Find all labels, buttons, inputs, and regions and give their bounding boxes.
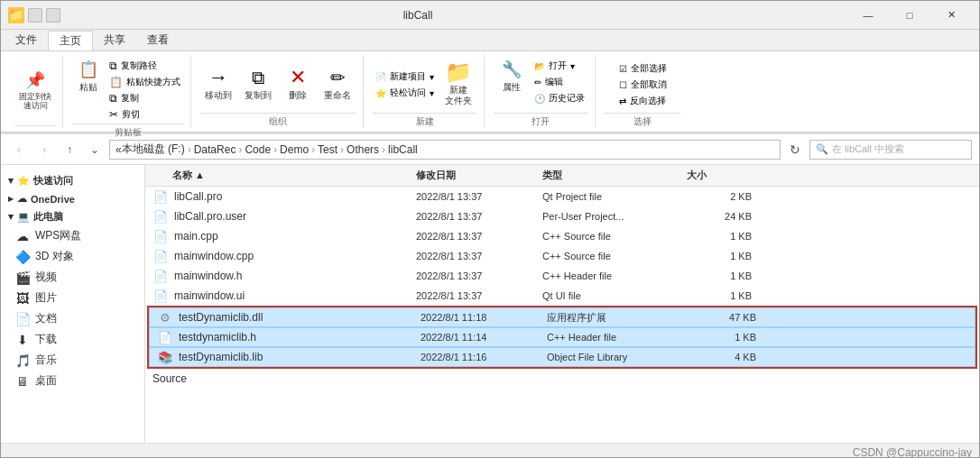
sidebar-item-music[interactable]: 🎵 音乐 (1, 350, 144, 371)
file-row-1[interactable]: 📄 libCall.pro.user 2022/8/1 13:37 Per-Us… (145, 206, 979, 226)
select-none-icon: ☐ (619, 80, 627, 90)
file-date-3: 2022/8/1 13:37 (416, 251, 542, 261)
rename-button[interactable]: ✏ 重命名 (319, 63, 356, 103)
maximize-button[interactable]: □ (889, 1, 930, 30)
sidebar-item-pictures[interactable]: 🖼 图片 (1, 288, 144, 308)
history-button[interactable]: 🕐 历史记录 (532, 91, 587, 105)
back-button[interactable]: ‹ (8, 139, 30, 160)
col-type-header[interactable]: 类型 (542, 169, 687, 182)
window-controls: — □ ✕ (847, 1, 972, 30)
tab-share[interactable]: 共享 (93, 30, 136, 50)
quickaccess-icon: ⭐ (17, 175, 30, 187)
onedrive-label: OneDrive (31, 194, 75, 205)
file-row-0[interactable]: 📄 libCall.pro 2022/8/1 13:37 Qt Project … (145, 187, 979, 206)
new-item-button[interactable]: 📄 新建项目 ▾ (373, 69, 437, 84)
delete-button[interactable]: ✕ 删除 (280, 63, 316, 103)
edit-button[interactable]: ✏ 编辑 (532, 75, 587, 89)
ribbon-group-clipboard: 📋 粘贴 ⧉ 复制路径 📋 粘贴快捷方式 ⧉ 复制 (65, 55, 191, 128)
search-placeholder: 在 libCall 中搜索 (832, 142, 904, 156)
sidebar-item-docs[interactable]: 📄 文档 (1, 308, 144, 329)
forward-button[interactable]: › (33, 139, 55, 160)
file-row-4[interactable]: 📄 mainwindow.h 2022/8/1 13:37 C++ Header… (145, 266, 979, 286)
window-title: libCall (0, 9, 847, 22)
cut-button[interactable]: ✂ 剪切 (106, 107, 183, 122)
file-row-6[interactable]: ⚙ testDynamiclib.dll 2022/8/1 11:18 应用程序… (149, 307, 975, 327)
highlighted-selection: ⚙ testDynamiclib.dll 2022/8/1 11:18 应用程序… (147, 306, 977, 369)
copy-label: 复制 (121, 92, 139, 105)
new-folder-label: 新建文件夹 (445, 85, 472, 106)
select-all-button[interactable]: ☑ 全部选择 (616, 61, 670, 76)
tab-file[interactable]: 文件 (5, 30, 48, 50)
new-folder-button[interactable]: 📁 新建文件夹 (440, 58, 476, 108)
edit-icon: ✏ (534, 78, 541, 87)
paste-button[interactable]: 📋 粘贴 (72, 55, 105, 95)
file-row-8[interactable]: 📚 testDynamiclib.lib 2022/8/1 11:16 Obje… (149, 347, 975, 367)
pin-group-label (15, 125, 55, 128)
copy-path-button[interactable]: ⧉ 复制路径 (106, 59, 183, 73)
col-name-header[interactable]: 名称 ▲ (145, 169, 416, 182)
open-button[interactable]: 📂 打开 ▾ (532, 59, 587, 73)
col-date-header[interactable]: 修改日期 (416, 169, 542, 182)
file-row-7[interactable]: 📄 testdynamiclib.h 2022/8/1 11:14 C++ He… (149, 327, 975, 347)
source-label: Source (145, 369, 979, 389)
pin-buttons: 📌 固定到快速访问 (15, 55, 55, 124)
file-type-0: Qt Project file (542, 191, 687, 202)
select-buttons: ☑ 全部选择 ☐ 全部取消 ⇄ 反向选择 (616, 55, 670, 111)
path-libcall: libCall (388, 143, 418, 156)
minimize-button[interactable]: — (847, 1, 889, 30)
file-type-7: C++ Header file (547, 332, 691, 343)
sidebar-item-wps[interactable]: ☁ WPS网盘 (1, 225, 144, 246)
path-test: Test (318, 143, 337, 156)
video-icon: 🎬 (15, 270, 30, 285)
refresh-button[interactable]: ↻ (784, 139, 806, 160)
history-label: 历史记录 (549, 92, 585, 105)
search-box[interactable]: 🔍 在 libCall 中搜索 (809, 140, 972, 160)
file-row-5[interactable]: 📄 mainwindow.ui 2022/8/1 13:37 Qt UI fil… (145, 286, 979, 306)
sidebar-item-downloads[interactable]: ⬇ 下载 (1, 329, 144, 350)
quickaccess-label: 快速访问 (33, 174, 73, 188)
thispc-label: 此电脑 (33, 210, 63, 224)
col-size-header[interactable]: 大小 (687, 169, 759, 182)
path-code: Code (245, 143, 271, 156)
pin-button[interactable]: 📌 固定到快速访问 (15, 66, 55, 113)
onedrive-arrow: ▸ (8, 193, 14, 205)
search-icon: 🔍 (816, 143, 828, 155)
recent-button[interactable]: ⌄ (84, 139, 106, 160)
easy-access-label: 轻松访问 (390, 87, 426, 99)
file-row-2[interactable]: 📄 main.cpp 2022/8/1 13:37 C++ Source fil… (145, 226, 979, 246)
close-button[interactable]: ✕ (930, 1, 972, 30)
file-size-5: 1 KB (687, 290, 759, 301)
file-name-3: 📄 mainwindow.cpp (145, 250, 416, 263)
sort-indicator: ▲ (195, 169, 205, 180)
cut-icon: ✂ (109, 108, 118, 121)
move-to-button[interactable]: → 移动到 (200, 63, 236, 103)
properties-button[interactable]: 🔧 属性 (494, 55, 530, 95)
invert-select-button[interactable]: ⇄ 反向选择 (616, 94, 670, 108)
sidebar-item-desktop[interactable]: 🖥 桌面 (1, 371, 144, 391)
file-name-6: ⚙ testDynamiclib.dll (150, 311, 421, 325)
file-name-0: 📄 libCall.pro (145, 190, 416, 204)
up-button[interactable]: ↑ (59, 139, 80, 160)
delete-icon: ✕ (285, 65, 310, 90)
paste-shortcut-button[interactable]: 📋 粘贴快捷方式 (106, 75, 183, 89)
copy-button[interactable]: ⧉ 复制 (106, 91, 183, 105)
file-icon-8: 📚 (157, 351, 173, 364)
tab-view[interactable]: 查看 (136, 30, 180, 50)
sidebar-section-quickaccess[interactable]: ▾ ⭐ 快速访问 (1, 170, 144, 189)
3d-label: 3D 对象 (35, 249, 74, 264)
sidebar-section-onedrive[interactable]: ▸ ☁ OneDrive (1, 189, 144, 206)
clipboard-label: 剪贴板 (72, 124, 183, 139)
ribbon: 文件 主页 共享 查看 📌 固定到快速访问 📋 粘贴 (1, 30, 979, 134)
copy-to-button[interactable]: ⧉ 复制到 (240, 63, 276, 103)
tab-home[interactable]: 主页 (48, 31, 93, 50)
select-none-button[interactable]: ☐ 全部取消 (616, 78, 670, 92)
easy-access-button[interactable]: ⭐ 轻松访问 ▾ (373, 86, 437, 100)
address-path[interactable]: « 本地磁盘 (F:) › DataRec › Code › Demo › Te… (109, 140, 781, 160)
sidebar-item-3d[interactable]: 🔷 3D 对象 (1, 246, 144, 267)
file-row-3[interactable]: 📄 mainwindow.cpp 2022/8/1 13:37 C++ Sour… (145, 246, 979, 266)
file-icon-3: 📄 (153, 250, 169, 263)
sidebar-item-video[interactable]: 🎬 视频 (1, 267, 144, 288)
path-others: Others (347, 143, 379, 156)
thispc-arrow: ▾ (8, 211, 14, 223)
sidebar-section-thispc[interactable]: ▾ 💻 此电脑 (1, 206, 144, 225)
